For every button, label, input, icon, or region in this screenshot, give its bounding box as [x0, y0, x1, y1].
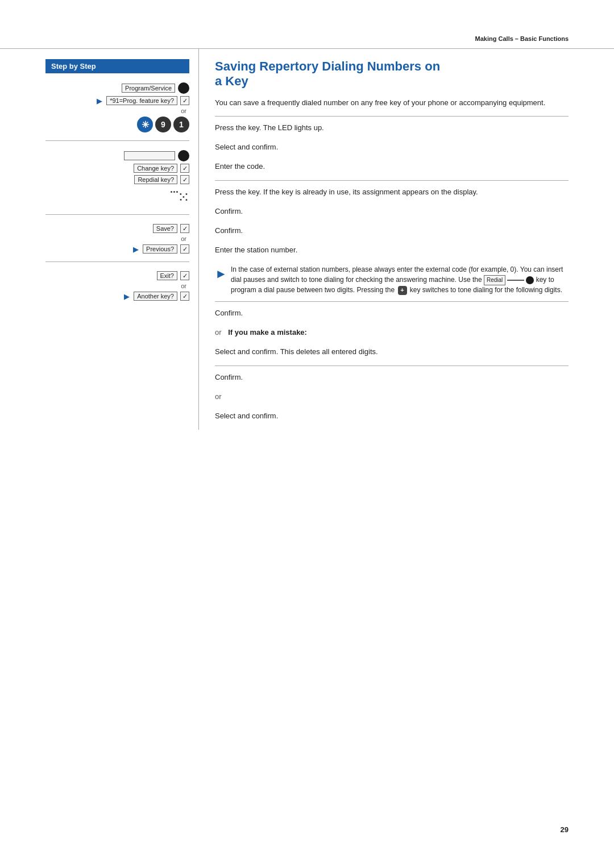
header-title: Making Calls – Basic Functions [475, 35, 569, 42]
instruction-select-confirm-1: Select and confirm. [215, 142, 569, 157]
previous-key-label: Previous? [143, 244, 177, 254]
exit-row: Exit? ✓ [45, 271, 189, 280]
another-key-label: Another key? [134, 292, 177, 301]
program-service-button [178, 82, 189, 94]
left-panel: Step by Step Program/Service ▶ *91=Prog.… [45, 49, 199, 430]
section-save: Save? ✓ or ▶ Previous? ✓ [45, 215, 189, 262]
change-key-label: Change key? [134, 164, 177, 173]
redial-label: Redial [484, 275, 505, 286]
check-box-save: ✓ [180, 224, 189, 233]
or-text-3: or [45, 283, 189, 289]
empty-key-input [124, 151, 175, 160]
star-button: ✳ [137, 117, 153, 132]
or-label-2: or [215, 392, 222, 401]
program-service-row: Program/Service [45, 82, 189, 94]
repdial-key-row: Repdial key? ✓ [45, 175, 189, 184]
instruction-or-label-2: or [215, 391, 569, 407]
feature-key-label: *91=Prog. feature key? [106, 96, 177, 105]
right-section-3: Confirm. or If you make a mistake: Selec… [215, 301, 569, 362]
section-key-select: Change key? ✓ Repdial key? ✓ ⃛⁙ [45, 141, 189, 215]
section-program: Program/Service ▶ *91=Prog. feature key?… [45, 73, 189, 141]
another-key-row: ▶ Another key? ✓ [45, 292, 189, 301]
check-box-3: ✓ [180, 175, 189, 184]
note-icon: ► [215, 265, 226, 295]
page-header: Making Calls – Basic Functions [0, 0, 614, 49]
keypad-row: ⃛⁙ [45, 189, 189, 206]
description-text: You can save a frequently dialed number … [215, 97, 569, 109]
note-text: In the case of external station numbers,… [231, 265, 569, 295]
save-key-label: Save? [153, 224, 177, 233]
check-box-1: ✓ [180, 96, 189, 105]
one-button: 1 [173, 117, 189, 132]
empty-input-row [45, 150, 189, 161]
check-box-another: ✓ [180, 292, 189, 301]
instruction-confirm-3: Confirm. [215, 308, 569, 323]
instruction-confirm-4: Confirm. [215, 372, 569, 388]
section-title: Saving Repertory Dialing Numbers on a Ke… [215, 59, 569, 89]
if-mistake-label: If you make a mistake: [228, 328, 307, 337]
instruction-select-confirm-2: Select and confirm. This deletes all ent… [215, 346, 569, 362]
or-label: or [215, 328, 222, 337]
key-button [178, 150, 189, 161]
keypad-icon: ⃛⁙ [178, 189, 189, 206]
feature-key-row: ▶ *91=Prog. feature key? ✓ [45, 96, 189, 105]
redial-line [507, 280, 524, 281]
right-section-2: Press the key. If the key is already in … [215, 180, 569, 295]
instruction-press-key-2: Press the key. If the key is already in … [215, 186, 569, 202]
check-box-previous: ✓ [180, 244, 189, 254]
exit-key-label: Exit? [157, 271, 177, 280]
arrow-icon-2: ▶ [133, 245, 139, 254]
instruction-confirm-1: Confirm. [215, 206, 569, 222]
check-box-2: ✓ [180, 164, 189, 173]
section-exit: Exit? ✓ or ▶ Another key? ✓ [45, 262, 189, 309]
or-text-2: or [45, 235, 189, 242]
right-panel: Saving Repertory Dialing Numbers on a Ke… [199, 49, 569, 430]
right-section-4: Confirm. or Select and confirm. [215, 366, 569, 426]
instruction-select-confirm-3: Select and confirm. [215, 410, 569, 426]
arrow-icon-1: ▶ [97, 97, 102, 105]
main-content: Step by Step Program/Service ▶ *91=Prog.… [45, 49, 569, 430]
check-box-exit: ✓ [180, 271, 189, 280]
instruction-enter-code: Enter the code. [215, 161, 569, 177]
repdial-key-label: Repdial key? [134, 175, 177, 184]
instruction-enter-station: Enter the station number. [215, 244, 569, 260]
instruction-confirm-2: Confirm. [215, 225, 569, 241]
note-box: ► In the case of external station number… [215, 265, 569, 295]
right-section-1: Press the key. The LED lights up. Select… [215, 116, 569, 177]
redial-circle [526, 276, 534, 284]
arrow-icon-3: ▶ [124, 292, 130, 301]
program-service-key: Program/Service [122, 84, 175, 93]
redial-inline: Redial [484, 275, 534, 286]
previous-row: ▶ Previous? ✓ [45, 244, 189, 254]
step-by-step-header: Step by Step [45, 59, 189, 73]
save-row: Save? ✓ [45, 224, 189, 233]
plus-button: + [398, 286, 407, 295]
instruction-press-key: Press the key. The LED lights up. [215, 122, 569, 138]
or-text-1: or [45, 107, 189, 114]
code-row: ✳ 9 1 [45, 117, 189, 132]
change-key-row: Change key? ✓ [45, 164, 189, 173]
nine-button: 9 [155, 117, 171, 132]
page-number: 29 [561, 825, 569, 834]
instruction-or-if-mistake: or If you make a mistake: [215, 327, 569, 343]
